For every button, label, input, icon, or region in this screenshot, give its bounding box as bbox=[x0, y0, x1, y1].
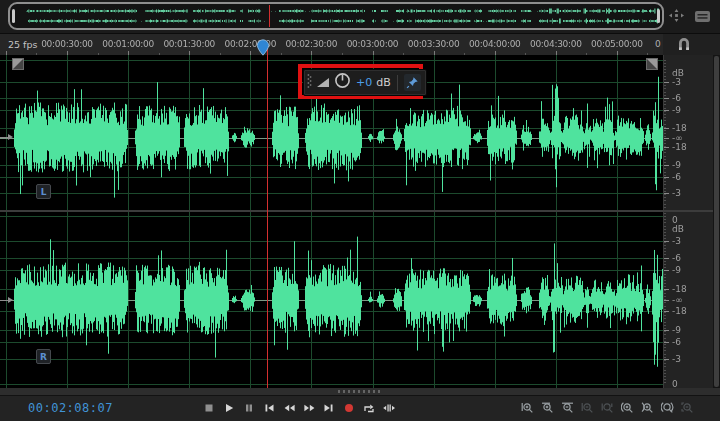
db-scale-label: -3 bbox=[672, 188, 681, 198]
drag-grip-icon[interactable] bbox=[307, 72, 312, 94]
next-button[interactable] bbox=[320, 399, 338, 417]
db-scale-minor-tick bbox=[664, 130, 666, 131]
db-scale-minor-tick bbox=[664, 322, 666, 323]
db-scale-label: -18 bbox=[672, 284, 687, 294]
zoom-in-amplitude-button[interactable] bbox=[539, 399, 557, 417]
db-scale-minor-tick bbox=[664, 200, 666, 201]
db-scale-minor-tick bbox=[664, 184, 666, 185]
timeline-ruler[interactable]: 25 fps 0 00:00:30:0000:01:00:0000:01:30:… bbox=[0, 33, 663, 56]
db-scale-minor-tick bbox=[664, 232, 666, 233]
skip-selection-button[interactable] bbox=[380, 399, 398, 417]
channel-badge-right[interactable]: R bbox=[36, 349, 51, 364]
zoom-in-time-button[interactable] bbox=[519, 399, 537, 417]
magnet-icon[interactable] bbox=[676, 36, 692, 56]
zoom-navigator[interactable] bbox=[8, 2, 664, 30]
ruler-timecode-label: 00:00:30:00 bbox=[41, 39, 93, 49]
loop-playback-button[interactable] bbox=[360, 399, 378, 417]
db-scale-minor-tick bbox=[664, 280, 666, 281]
db-scale-minor-tick bbox=[664, 379, 666, 380]
db-scale-minor-tick bbox=[664, 133, 666, 134]
volume-knob-icon[interactable] bbox=[334, 72, 351, 93]
navigator-left-handle[interactable] bbox=[12, 9, 15, 23]
db-scale-label: -∞ bbox=[672, 295, 683, 305]
vertical-scrollbar[interactable] bbox=[713, 55, 720, 388]
db-scale-minor-tick bbox=[664, 178, 666, 179]
db-scale-minor-tick bbox=[664, 245, 666, 246]
db-scale-minor-tick bbox=[664, 238, 666, 239]
db-scale-minor-tick bbox=[664, 219, 666, 220]
db-scale-tick bbox=[664, 165, 669, 166]
rewind-button[interactable] bbox=[280, 399, 298, 417]
transport-bar: 00:02:08:07 bbox=[0, 395, 720, 421]
playhead-handle[interactable] bbox=[256, 39, 270, 56]
frame-rate-label: 25 fps bbox=[8, 39, 37, 50]
db-scale-minor-tick bbox=[664, 354, 666, 355]
panel-resize-grip[interactable] bbox=[338, 390, 382, 393]
db-scale-minor-tick bbox=[664, 302, 666, 303]
navigate-icon[interactable] bbox=[668, 8, 685, 27]
stop-button[interactable] bbox=[200, 399, 218, 417]
record-icon bbox=[343, 402, 355, 414]
ruler-timecode-label: 00:01:30:00 bbox=[163, 39, 215, 49]
fade-in-handle[interactable] bbox=[12, 58, 24, 70]
skip-selection-icon bbox=[382, 402, 396, 414]
db-scale-minor-tick bbox=[664, 261, 666, 262]
db-scale-minor-tick bbox=[664, 296, 666, 297]
db-scale-label: -9 bbox=[672, 105, 681, 115]
fade-out-handle[interactable] bbox=[646, 58, 658, 70]
zoom-to-selection-button[interactable] bbox=[659, 399, 677, 417]
navigator-waveform bbox=[13, 5, 659, 27]
db-scale-label: -18 bbox=[672, 306, 687, 316]
pause-button[interactable] bbox=[240, 399, 258, 417]
db-scale-label: -6 bbox=[672, 172, 681, 182]
zoom-selection-icon bbox=[601, 402, 615, 415]
db-scale-minor-tick bbox=[664, 248, 666, 249]
clip-start-arrow-icon bbox=[8, 134, 13, 140]
fast-forward-button[interactable] bbox=[300, 399, 318, 417]
zoom-navigator-strip bbox=[0, 0, 720, 33]
gain-value[interactable]: +0 bbox=[356, 76, 372, 89]
next-icon bbox=[323, 402, 335, 414]
db-scale-tick bbox=[664, 258, 669, 259]
db-scale-minor-tick bbox=[664, 204, 666, 205]
db-scale-minor-tick bbox=[664, 63, 666, 64]
db-scale-tick bbox=[664, 147, 669, 148]
zoom-in-outpoint-button[interactable] bbox=[639, 399, 657, 417]
db-scale-minor-tick bbox=[664, 172, 666, 173]
zoom-out-full-icon bbox=[681, 402, 695, 415]
horizontal-scroll-strip[interactable] bbox=[0, 388, 720, 395]
play-button[interactable] bbox=[220, 399, 238, 417]
db-scale-minor-tick bbox=[664, 286, 666, 287]
zoom-out-full-button[interactable] bbox=[679, 399, 697, 417]
zoom-out-time-button[interactable] bbox=[559, 399, 577, 417]
ruler-timecode-label: 00:04:30:00 bbox=[530, 39, 582, 49]
zoom-out-amplitude-button[interactable] bbox=[579, 399, 597, 417]
db-scale-minor-tick bbox=[664, 315, 666, 316]
channel-badge-left[interactable]: L bbox=[36, 184, 51, 199]
db-scale-minor-tick bbox=[664, 226, 666, 227]
zoom-in-inpoint-button[interactable] bbox=[619, 399, 637, 417]
record-button[interactable] bbox=[340, 399, 358, 417]
db-scale-tick bbox=[664, 82, 669, 83]
vertical-scrollbar-thumb[interactable] bbox=[714, 56, 719, 387]
channel-divider[interactable] bbox=[0, 210, 713, 212]
navigator-right-handle[interactable] bbox=[657, 9, 660, 23]
db-scale-tick bbox=[664, 138, 669, 139]
pin-hud-icon[interactable] bbox=[404, 74, 421, 91]
prev-button[interactable] bbox=[260, 399, 278, 417]
stop-icon bbox=[203, 402, 215, 414]
panel-menu-icon[interactable] bbox=[694, 8, 711, 27]
db-scale-label: -6 bbox=[672, 93, 681, 103]
ruler-timecode-label: 00:04:00:00 bbox=[469, 39, 521, 49]
db-scale-minor-tick bbox=[664, 175, 666, 176]
db-scale-minor-tick bbox=[664, 360, 666, 361]
db-scale-minor-tick bbox=[664, 152, 666, 153]
db-scale-minor-tick bbox=[664, 60, 666, 61]
volume-hud[interactable]: +0 dB bbox=[303, 69, 427, 96]
db-scale-minor-tick bbox=[664, 79, 666, 80]
db-scale-minor-tick bbox=[664, 66, 666, 67]
db-scale-label: -6 bbox=[672, 337, 681, 347]
zoom-selection-button[interactable] bbox=[599, 399, 617, 417]
db-scale-minor-tick bbox=[664, 264, 666, 265]
waveform-canvas[interactable] bbox=[0, 55, 663, 388]
